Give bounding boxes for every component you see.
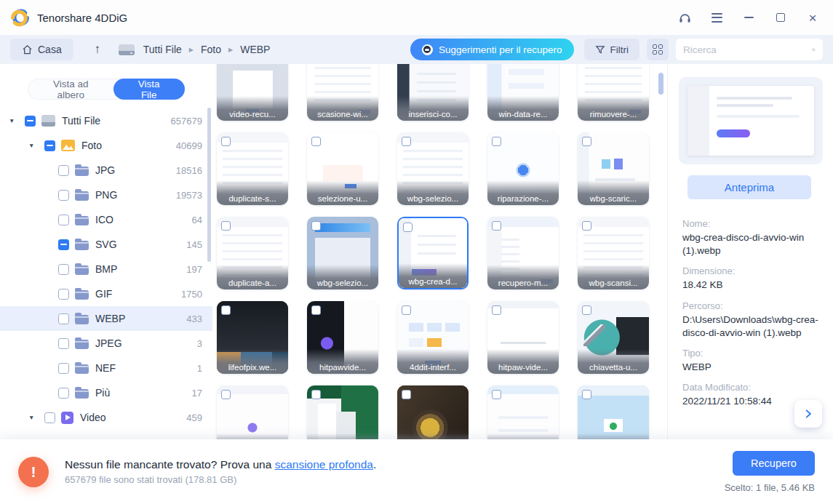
file-card[interactable]: hitpawvide...	[307, 301, 378, 374]
home-button[interactable]: Casa	[10, 39, 73, 60]
sidebar-item-png[interactable]: PNG 19573	[0, 183, 212, 207]
file-checkbox[interactable]	[311, 390, 321, 399]
breadcrumb-item[interactable]: WEBP	[240, 44, 270, 55]
close-icon[interactable]: ×	[805, 10, 820, 25]
sidebar-item-tutti-file[interactable]: Tutti File 657679	[0, 108, 212, 133]
grid-view-button[interactable]	[647, 39, 669, 60]
file-checkbox[interactable]	[311, 137, 321, 146]
caret-down-icon[interactable]	[9, 117, 20, 124]
file-card[interactable]: inserisci-co...	[397, 64, 469, 121]
file-card[interactable]: selezione-u...	[307, 132, 378, 205]
grid-scrollbar[interactable]	[658, 73, 663, 95]
tree-item-label: BMP	[95, 263, 117, 275]
file-checkbox[interactable]	[221, 137, 231, 146]
tree-checkbox[interactable]	[58, 363, 69, 374]
caret-down-icon[interactable]	[28, 414, 40, 421]
file-checkbox[interactable]	[582, 221, 591, 231]
file-checkbox[interactable]	[582, 305, 591, 315]
tree-checkbox[interactable]	[58, 338, 69, 349]
file-checkbox[interactable]	[311, 221, 321, 231]
file-card[interactable]	[217, 385, 288, 439]
sidebar-item-video[interactable]: Video 459	[0, 405, 212, 430]
search-input[interactable]	[683, 44, 812, 55]
file-checkbox[interactable]	[221, 305, 231, 315]
file-checkbox[interactable]	[492, 137, 501, 146]
file-card[interactable]: riparazione-...	[487, 132, 559, 205]
file-card[interactable]: wbg-selezio...	[397, 132, 469, 205]
tree-checkbox[interactable]	[58, 313, 69, 324]
sidebar-item-jpg[interactable]: JPG 18516	[0, 158, 212, 183]
file-card[interactable]: wbg-scaric...	[578, 132, 649, 205]
file-card[interactable]: video-recu...	[217, 64, 288, 121]
file-card[interactable]	[307, 385, 378, 439]
file-card[interactable]: lifeofpix.we...	[217, 301, 288, 374]
breadcrumb-item[interactable]: Tutti File	[143, 44, 182, 55]
sidebar-item-foto[interactable]: Foto 40699	[0, 133, 212, 158]
tree-checkbox[interactable]	[58, 239, 69, 250]
file-card[interactable]: hitpaw-vide...	[487, 301, 559, 374]
tree-checkbox[interactable]	[44, 412, 55, 423]
sidebar-item-bmp[interactable]: BMP 197	[0, 257, 212, 281]
file-card[interactable]	[578, 385, 649, 439]
robot-icon	[422, 44, 433, 55]
tree-checkbox[interactable]	[58, 165, 69, 176]
file-card[interactable]: 4ddit-interf...	[397, 301, 469, 374]
file-card[interactable]: scasione-wi...	[307, 64, 378, 121]
file-checkbox[interactable]	[402, 305, 411, 315]
file-checkbox[interactable]	[492, 390, 501, 399]
tree-checkbox[interactable]	[25, 116, 36, 127]
preview-button[interactable]: Anteprima	[687, 175, 811, 199]
recover-button[interactable]: Recupero	[733, 451, 815, 476]
file-view-toggle[interactable]: Vista File	[113, 79, 185, 100]
tree-checkbox[interactable]	[58, 388, 69, 399]
file-card[interactable]	[397, 385, 469, 439]
sidebar-item-webp[interactable]: WEBP 433	[0, 306, 212, 331]
minimize-icon[interactable]	[741, 10, 756, 25]
file-card[interactable]	[487, 385, 559, 439]
file-checkbox[interactable]	[221, 221, 231, 231]
tree-view-toggle[interactable]: Vista ad albero	[28, 79, 113, 100]
file-checkbox[interactable]	[402, 390, 411, 399]
file-checkbox[interactable]	[582, 137, 591, 146]
sidebar-item-svg[interactable]: SVG 145	[0, 232, 212, 257]
file-card[interactable]: duplicate-s...	[217, 132, 288, 205]
search-icon[interactable]	[812, 44, 816, 55]
support-headset-icon[interactable]	[677, 10, 692, 25]
file-card[interactable]: duplicate-a...	[217, 217, 288, 289]
file-checkbox[interactable]	[221, 390, 231, 399]
sidebar-item-ico[interactable]: ICO 64	[0, 207, 212, 232]
sidebar-item-nef[interactable]: NEF 1	[0, 356, 212, 380]
file-card[interactable]: recupero-m...	[487, 217, 559, 289]
sidebar-item-piu[interactable]: Più 17	[0, 380, 212, 405]
file-checkbox[interactable]	[311, 305, 321, 315]
file-card[interactable]: wbg-scansi...	[578, 217, 649, 289]
deep-scan-link[interactable]: scansione profonda	[275, 458, 373, 471]
sidebar-item-jpeg[interactable]: JPEG 3	[0, 331, 212, 356]
sidebar-item-gif[interactable]: GIF 1750	[0, 281, 212, 306]
filters-button[interactable]: Filtri	[584, 39, 640, 60]
caret-down-icon[interactable]	[28, 142, 40, 149]
file-card-selected[interactable]: wbg-crea-d...	[397, 217, 469, 289]
tree-checkbox[interactable]	[58, 190, 69, 201]
tree-checkbox[interactable]	[58, 215, 69, 225]
sidebar-scrollbar[interactable]	[207, 108, 211, 262]
menu-icon[interactable]	[709, 10, 724, 25]
file-checkbox[interactable]	[492, 221, 501, 231]
file-checkbox[interactable]	[402, 137, 411, 146]
tree-checkbox[interactable]	[58, 289, 69, 300]
breadcrumb-item[interactable]: Foto	[201, 44, 221, 55]
maximize-icon[interactable]	[773, 10, 788, 25]
up-arrow-icon[interactable]: ↑	[89, 42, 105, 57]
file-checkbox[interactable]	[582, 390, 591, 399]
tree-checkbox[interactable]	[44, 140, 55, 151]
file-checkbox[interactable]	[492, 305, 501, 315]
recovery-tips-button[interactable]: Suggerimenti per il recupero	[410, 39, 574, 60]
file-card[interactable]: chiavetta-u...	[578, 301, 649, 374]
tree-checkbox[interactable]	[58, 264, 69, 275]
file-card[interactable]: rimuovere-...	[578, 64, 649, 121]
file-checkbox[interactable]	[403, 223, 412, 232]
file-card[interactable]: wbg-selezio...	[307, 217, 378, 289]
file-name-label: wbg-scaric...	[578, 180, 649, 205]
next-file-button[interactable]	[794, 400, 822, 428]
file-card[interactable]: win-data-re...	[487, 64, 559, 121]
